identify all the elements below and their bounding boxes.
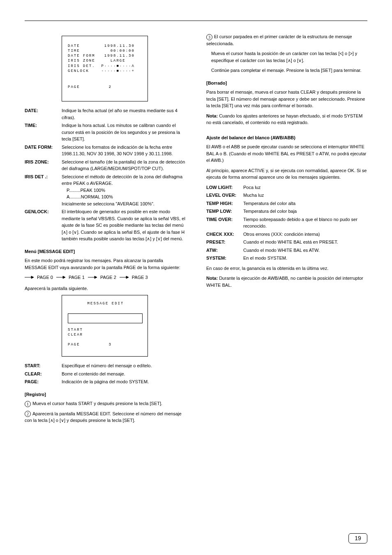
step-continuation: Continúe para completar el mensaje. Pres… xyxy=(206,67,367,74)
osd-label: DATE FORM xyxy=(68,54,95,58)
def-text: Mucha luz xyxy=(243,192,264,199)
note-label: Nota: xyxy=(206,276,218,281)
osd-page-row: PAGE 2 xyxy=(68,85,112,90)
osd-page-value: 2 xyxy=(109,85,112,90)
osd-value: P····■····A xyxy=(101,64,134,68)
wb-text: En caso de error, la ganancia es la obte… xyxy=(206,265,367,272)
def-label: LEVEL OVER: xyxy=(206,192,241,199)
arrow-right-icon xyxy=(56,275,65,279)
def-label: IRIS DET .: xyxy=(25,173,59,207)
arrow-right-icon xyxy=(120,275,129,279)
osd-label: IRIS ZONE xyxy=(68,59,95,63)
note-block: Nota: Cuando los ajustes anteriores se h… xyxy=(206,113,367,126)
page-flow-diagram: PAGE 0 PAGE 1 PAGE 2 PAGE 3 xyxy=(25,274,186,281)
step-item: 1Mueva el cursor hasta START y después p… xyxy=(25,400,186,407)
osd-clear-label: CLEAR xyxy=(68,332,83,337)
wb-heading: Ajuste del balance del blanco (AWB/ABB) xyxy=(206,134,367,141)
osd-label: GENLOCK xyxy=(68,69,89,73)
def-text: Poca luz xyxy=(243,184,261,191)
def-label: TEMP HIGH: xyxy=(206,200,241,207)
def-text: Especifique el número del mensaje o edít… xyxy=(62,362,152,369)
osd-title: MESSAGE EDIT xyxy=(68,301,143,306)
osd-inner-frame xyxy=(68,313,143,323)
osd-row: GENLOCK -····■····+ xyxy=(68,69,143,74)
arrow-right-icon xyxy=(25,275,34,279)
register-heading: [Registro] xyxy=(25,391,186,398)
page3-definitions: START:Especifique el número del mensaje … xyxy=(25,362,186,385)
left-column: DATE 1998.11.30 TIME 00:00:00 DATE FORM … xyxy=(25,33,186,427)
def-text: Cuando el modo WHITE BAL es ATW. xyxy=(243,247,320,254)
flow-node: PAGE 1 xyxy=(69,274,85,281)
flow-node: PAGE 3 xyxy=(132,274,148,281)
wb-error-definitions: LOW LIGHT:Poca luz LEVEL OVER:Mucha luz … xyxy=(206,184,367,262)
osd-row: TIME 00:00:00 xyxy=(68,48,143,53)
osd-start-label: START xyxy=(68,327,83,332)
osd-label: DATE xyxy=(68,44,80,48)
def-text: Seleccione el método de detección de la … xyxy=(62,173,186,207)
def-label: DATE FORM: xyxy=(25,144,59,157)
osd-row: IRIS DET. P····■····A xyxy=(68,64,143,69)
osd-row: DATE 1998.11.30 xyxy=(68,44,143,48)
osd-value: -····■····+ xyxy=(101,69,134,73)
def-label: TEMP LOW: xyxy=(206,208,241,215)
osd-value: LARGE xyxy=(111,59,126,63)
def-label: IRIS ZONE: xyxy=(25,159,59,172)
def-text: En el modo SYSTEM. xyxy=(243,255,287,262)
note-label: Nota: xyxy=(206,113,218,118)
def-label: CLEAR: xyxy=(25,371,59,378)
def-label: PAGE: xyxy=(25,378,59,385)
osd-row: DATE FORM 1998.11.30 xyxy=(68,53,143,58)
def-text: Seleccione los formatos de indicación de… xyxy=(62,144,186,157)
osd-row: IRIS ZONE LARGE xyxy=(68,58,143,63)
def-text: Temperatura del color alta xyxy=(243,200,295,207)
wb-text: El AWB o el ABB se puede ejecutar cuando… xyxy=(206,143,367,164)
osd-page-label: PAGE xyxy=(68,342,80,347)
osd-page-value: 3 xyxy=(109,342,112,347)
osd-label: IRIS DET. xyxy=(68,64,95,68)
def-label: ATW: xyxy=(206,247,241,254)
flow-node: PAGE 2 xyxy=(100,274,116,281)
arrow-right-icon xyxy=(88,275,97,279)
osd-value: 1998.11.30 xyxy=(104,54,135,58)
message-edit-heading: Menú [MESSAGE EDIT] xyxy=(25,248,186,255)
right-column: 3El cursor parpadea en el primer carácte… xyxy=(206,33,367,427)
note-block: Nota: Durante la ejecución de AWB/ABB, n… xyxy=(206,275,367,288)
flow-node: PAGE 0 xyxy=(37,274,53,281)
osd-screen-page3: MESSAGE EDIT START CLEAR PAGE 3 xyxy=(62,295,148,357)
page2-definitions: DATE:Indique la fecha actual (el año se … xyxy=(25,107,186,242)
def-label: PRESET: xyxy=(206,239,241,246)
def-text: El interbloqueo de generador es posible … xyxy=(62,208,186,242)
def-label: LOW LIGHT: xyxy=(206,184,241,191)
step-item: 3El cursor parpadea en el primer carácte… xyxy=(206,33,367,47)
osd-page-row: PAGE 3 xyxy=(68,342,112,347)
def-text: Tiempo sobrepasado debido a que el blanc… xyxy=(243,216,367,230)
def-label: TIME OVER: xyxy=(206,216,241,230)
osd-value: 1998.11.30 xyxy=(104,44,135,48)
step-number-icon: 1 xyxy=(25,401,31,407)
osd-page-label: PAGE xyxy=(68,85,80,90)
osd-value: 00:00:00 xyxy=(111,49,135,53)
appear-text: Aparecerá la pantalla siguiente. xyxy=(25,285,186,292)
def-label: CHECK XXX: xyxy=(206,231,241,238)
def-text: Indique la fecha actual (el año se muest… xyxy=(62,107,186,121)
page-root: DATE 1998.11.30 TIME 00:00:00 DATE FORM … xyxy=(0,0,392,555)
page-number-badge: 19 xyxy=(348,533,367,543)
step-number-icon: 3 xyxy=(206,34,212,40)
step-item: 2Aparecerá la pantalla MESSAGE EDIT. Sel… xyxy=(25,410,186,424)
step-number-icon: 2 xyxy=(25,411,31,417)
wb-text: Al principio, aparece ACTIVE y, si se ej… xyxy=(206,167,367,181)
def-label: START: xyxy=(25,362,59,369)
def-label: SYSTEM: xyxy=(206,255,241,262)
osd-label: TIME xyxy=(68,49,80,53)
def-text: Indique la hora actual. Los minutos se c… xyxy=(62,122,186,143)
two-column-layout: DATE 1998.11.30 TIME 00:00:00 DATE FORM … xyxy=(25,33,367,427)
def-label: GENLOCK: xyxy=(25,208,59,242)
delete-text: Para borrar el mensaje, mueva el cursor … xyxy=(206,89,367,109)
def-text: Seleccione el tamaño (de la pantalla) de… xyxy=(62,159,186,172)
step-continuation: Mueva el cursor hasta la posición de un … xyxy=(206,50,367,64)
def-text: Borre el contenido del mensaje. xyxy=(62,371,125,378)
def-text: Cuando el modo WHITE BAL está en PRESET. xyxy=(243,239,338,246)
top-rule xyxy=(25,21,367,21)
message-edit-intro: En este modo podrá registrar los mensaje… xyxy=(25,257,186,271)
def-text: Temperatura del color baja xyxy=(243,208,297,215)
